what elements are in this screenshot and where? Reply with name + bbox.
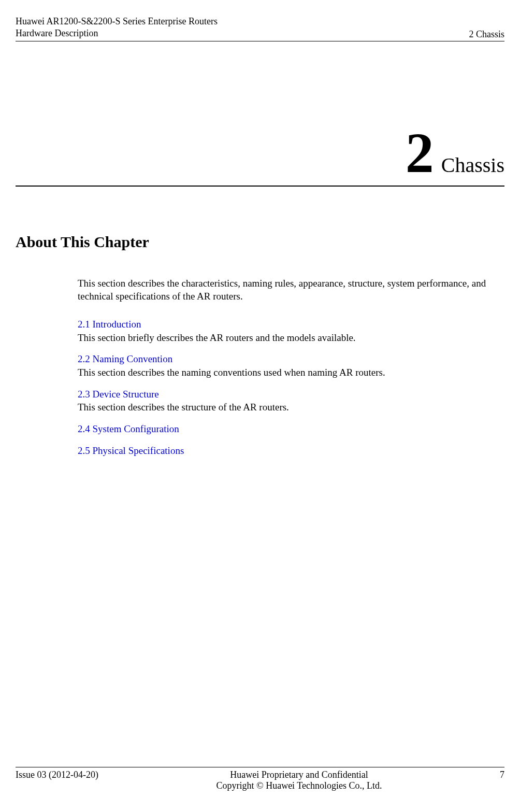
doc-title-line1: Huawei AR1200-S&2200-S Series Enterprise…	[16, 16, 218, 27]
header-left: Huawei AR1200-S&2200-S Series Enterprise…	[16, 16, 218, 40]
content-area: This section describes the characteristi…	[78, 277, 499, 457]
doc-title-line2: Hardware Description	[16, 27, 218, 39]
chapter-number: 2	[406, 124, 434, 181]
toc-link-introduction[interactable]: 2.1 Introduction	[78, 319, 141, 330]
chapter-heading: 2 Chassis	[16, 124, 504, 187]
page-header: Huawei AR1200-S&2200-S Series Enterprise…	[16, 16, 504, 41]
footer-center: Huawei Proprietary and Confidential Copy…	[98, 770, 500, 791]
toc-item: 2.3 Device Structure This section descri…	[78, 388, 499, 414]
intro-paragraph: This section describes the characteristi…	[78, 277, 499, 303]
section-heading: About This Chapter	[16, 233, 504, 251]
toc-item: 2.4 System Configuration	[78, 422, 499, 436]
footer-page-number: 7	[500, 770, 504, 780]
footer-issue: Issue 03 (2012-04-20)	[16, 770, 98, 780]
toc-link-naming-convention[interactable]: 2.2 Naming Convention	[78, 353, 172, 364]
toc-desc: This section briefly describes the AR ro…	[78, 332, 356, 343]
toc-link-physical-specifications[interactable]: 2.5 Physical Specifications	[78, 445, 184, 456]
toc-desc: This section describes the structure of …	[78, 402, 289, 412]
toc-link-system-configuration[interactable]: 2.4 System Configuration	[78, 423, 179, 434]
toc-item: 2.2 Naming Convention This section descr…	[78, 352, 499, 379]
page-footer: Issue 03 (2012-04-20) Huawei Proprietary…	[16, 767, 504, 791]
chapter-title: Chassis	[441, 153, 504, 177]
footer-proprietary: Huawei Proprietary and Confidential	[98, 770, 500, 780]
toc-link-device-structure[interactable]: 2.3 Device Structure	[78, 389, 159, 400]
toc-desc: This section describes the naming conven…	[78, 367, 385, 378]
header-right: 2 Chassis	[469, 29, 504, 40]
toc-item: 2.5 Physical Specifications	[78, 444, 499, 458]
footer-copyright: Copyright © Huawei Technologies Co., Ltd…	[98, 780, 500, 791]
toc-item: 2.1 Introduction This section briefly de…	[78, 318, 499, 344]
